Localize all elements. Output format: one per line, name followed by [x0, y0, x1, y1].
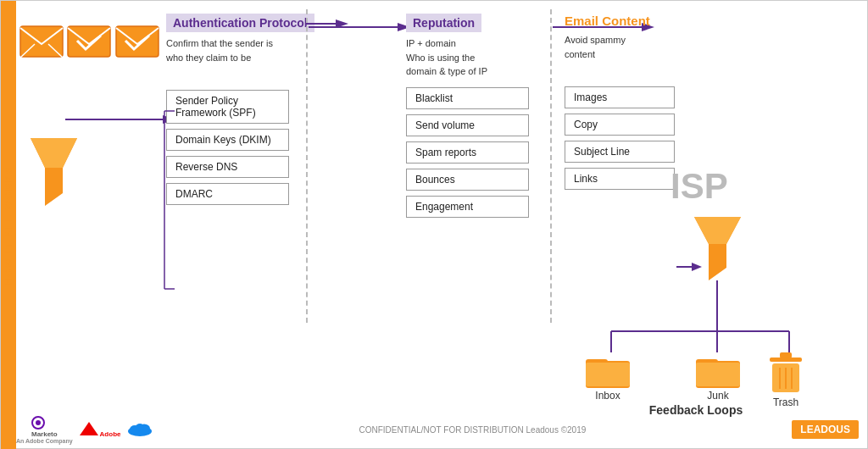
salesforce-logo-svg: [127, 421, 153, 436]
salesforce-logo: [127, 421, 153, 438]
svg-rect-2: [116, 26, 159, 57]
content-desc: Avoid spammycontent: [565, 33, 675, 61]
svg-rect-30: [696, 363, 740, 386]
svg-marker-16: [692, 263, 702, 271]
svg-rect-1: [68, 26, 110, 57]
main-funnel-svg: [31, 138, 77, 206]
leadous-badge: LEADOUS: [792, 420, 859, 439]
section-content: Email Content Avoid spammycontent Images…: [565, 14, 675, 190]
auth-title-bg: Authentication Protocol: [166, 14, 314, 32]
svg-marker-14: [694, 217, 741, 244]
auth-item-dmarc: DMARC: [166, 183, 289, 205]
trash-folder: Trash: [768, 352, 804, 408]
footer-confidential: CONFIDENTIAL/NOT FOR DISTRIBUTION Leadou…: [359, 425, 586, 435]
svg-rect-27: [586, 363, 630, 386]
marketo-logo-svg: [31, 415, 57, 430]
rep-item-sendvol: Send volume: [406, 114, 529, 136]
rep-item-blacklist: Blacklist: [406, 87, 529, 109]
main-funnel: [31, 138, 77, 209]
content-item-copy: Copy: [565, 114, 675, 136]
inbox-folder: Inbox: [586, 352, 630, 402]
auth-title: Authentication Protocol: [173, 16, 308, 30]
arrow-auth-to-rep: [309, 22, 410, 32]
section-auth: Authentication Protocol Confirm that the…: [166, 14, 314, 205]
junk-folder: Junk: [696, 352, 740, 402]
email-icon-3: [115, 25, 159, 59]
marketo-text: Marketo: [31, 430, 58, 438]
isp-label: ISP: [670, 166, 728, 207]
marketo-logo: Marketo An Adobe Company: [16, 415, 73, 444]
junk-label: Junk: [707, 390, 728, 402]
trash-icon: [768, 352, 804, 395]
footer-logos: Marketo An Adobe Company Adobe: [16, 415, 153, 444]
content-item-links: Links: [565, 168, 675, 190]
email-icon-2: [67, 25, 111, 59]
junk-folder-icon: [696, 352, 740, 388]
svg-point-43: [136, 424, 144, 430]
email-icon-1: [19, 25, 64, 59]
marketo-sub: An Adobe Company: [16, 438, 73, 444]
rep-item-engagement: Engagement: [406, 196, 529, 218]
svg-rect-32: [780, 352, 792, 358]
inbox-label: Inbox: [595, 390, 620, 402]
rep-title-bg: Reputation: [406, 14, 481, 32]
adobe-logo-svg: [80, 421, 98, 436]
footer: Marketo An Adobe Company Adobe CON: [16, 415, 859, 444]
auth-item-rdns: Reverse DNS: [166, 156, 289, 178]
dashed-line-2: [550, 9, 552, 323]
content-item-subject: Subject Line: [565, 141, 675, 163]
rep-item-bounces: Bounces: [406, 169, 529, 191]
rep-title: Reputation: [413, 16, 475, 30]
svg-marker-39: [80, 422, 98, 435]
connector-arrow-1: [65, 115, 175, 124]
auth-desc: Confirm that the sender iswho they claim…: [166, 36, 285, 64]
inbox-folder-icon: [586, 352, 630, 388]
content-title: Email Content: [565, 14, 650, 28]
slide: HOW IT ALL WORKS: [0, 0, 868, 449]
email-icons: [19, 22, 159, 63]
dashed-line-1: [306, 9, 308, 323]
svg-marker-4: [31, 138, 77, 168]
auth-item-dkim: Domain Keys (DKIM): [166, 129, 289, 151]
adobe-text: Adobe: [100, 430, 121, 438]
isp-funnel: [694, 217, 741, 284]
arrow-links-to-funnel: [676, 262, 702, 272]
vertical-title: HOW IT ALL WORKS: [3, 166, 14, 285]
auth-item-spf: Sender Policy Framework (SPF): [166, 90, 289, 124]
rep-item-spam: Spam reports: [406, 141, 529, 164]
svg-point-38: [36, 420, 41, 425]
content-item-images: Images: [565, 86, 675, 108]
rep-desc: IP + domainWho is using thedomain & type…: [406, 36, 525, 79]
adobe-logo: Adobe: [80, 421, 121, 438]
vertical-title-container: HOW IT ALL WORKS: [1, 1, 16, 449]
section-rep: Reputation IP + domainWho is using thedo…: [406, 14, 529, 218]
